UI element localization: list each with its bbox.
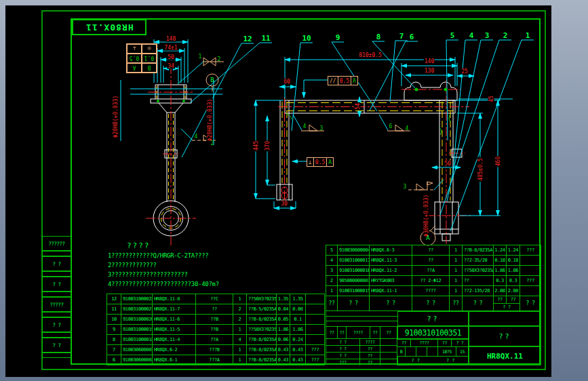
note-line: 3?????????????????????? [108,271,188,278]
bom-header-cell: ?? [450,296,463,310]
bom-cell: ???? [412,285,450,296]
bom-cell: 0.18 [507,255,520,265]
dimension-label: 45 [488,95,494,103]
bom-cell: 0.43 [290,355,306,365]
bom-cell: 2.08 [494,285,507,296]
bom-cell: 9100306000040 [338,245,370,255]
strip-cell-blank [42,271,71,277]
product-name-cell: ?? [397,311,469,326]
bom-cell: ?? 2-Φ12 [412,275,450,285]
sheet-total: ? ? [411,358,420,363]
dimension-label: 50 [444,161,452,167]
bom-cell: 1 [450,275,463,285]
bom-cell: 12 [107,294,121,304]
bom-cell: 9 [107,324,121,334]
sig-cell [380,338,397,345]
bom-cell: HR8QX.11-6 [153,314,196,324]
bom-cell: 9100310000160 [338,265,370,275]
bom-header-cell: ? ? [338,296,370,310]
bom-cell: 0.3 [507,275,520,285]
bom-cell: 9100310000220 [121,294,153,304]
bom-row: 49100310000170HR8QX.11-3??1??2-35/200.18… [326,255,541,265]
bom-cell: 1.35 [277,294,290,304]
datum-table-cell: B [142,63,157,73]
balloon-number: 2 [503,31,508,40]
dimension-label: 50 [167,54,175,60]
datum-table-cell: ⊥ [127,44,142,54]
dimension-label: 405±0.5 [477,157,484,182]
stage-row: ????????? ? [397,339,469,346]
sig-cell: ? ? [326,338,360,345]
bom-cell: ?? [196,304,233,314]
bom-cell: 2 [233,314,247,324]
bom-cell: HR8QX.11-1 [370,285,412,296]
bom-cell: HR8QX.6-1 [153,355,196,365]
sheet-count-row: ? ? ? ? [397,356,469,365]
bom-cell [306,294,325,304]
bom-cell: HR8QX.11-7 [153,304,196,314]
fcf-val: 0.5 [314,158,327,166]
bom-cell: 9100310000210 [121,304,153,314]
bom-cell [306,304,325,314]
scale-cell: 10?5 [438,346,456,356]
bom-weight-sub: ? ? [494,303,520,310]
dimension-label: 130 [424,68,435,74]
datum-table-cell: ◎ [142,44,157,54]
bom-header-cell: ?? [326,296,338,310]
bom-cell [306,314,325,324]
bom-cell: 9100306000020 [121,355,153,365]
bom-cell: 3 [326,265,338,275]
bom-cell: ???B [196,344,233,355]
strip-cell-blank [42,353,71,358]
balloon-number: 10 [302,34,311,43]
weld-number: 3 [320,125,324,132]
bom-cell: ?? [463,275,494,285]
scale-row: B10?515 [397,346,469,356]
bom-cell: ???A [196,355,233,365]
fcf-val: 0.5 [338,77,351,85]
mark-cell: ?? [380,326,397,338]
bom-row: 79100306000030HR8QX.6-2???B1??B-8/0235A0… [107,344,325,355]
dimension-label: 74±1 [163,45,178,51]
dimension-label: 370 [264,140,271,151]
sig-cell: ? ? [326,345,360,352]
bom-cell: ??B-8/0235A [247,334,277,344]
fcf-ref: A [351,77,357,85]
strip-cell: ? ? [42,338,71,353]
datum-table-row: 0.10.5 [127,54,157,63]
weld-number: 3 [404,184,407,190]
bom-cell: 1 [450,255,463,265]
bom-cell: ?? [412,255,450,265]
bom-cell: 1.24 [494,245,507,255]
sig-row: ? ????? [326,338,397,345]
bom-cell: 0.05 [277,314,290,324]
drawing-number-stamp: HR80X.11 [72,19,146,35]
datum-letter: A [426,235,429,241]
bom-weight-header: ????? ? [494,296,520,310]
bom-cell: 2 [233,304,247,314]
bom-cell: 1 [450,265,463,275]
bom-row: 129100310000220HR8QX.11-8??C1??50X3?0235… [107,294,325,304]
bom-cell: 1.86 [507,265,520,275]
bom-cell: 1.86 [277,324,290,334]
sig-cell [380,345,397,352]
weld-number: 1 [199,54,202,60]
bom-cell: 0.08 [290,304,306,314]
dimension-label: Φ20H8(+0.033) [113,95,119,139]
bom-remark-header: ? ? [520,296,541,310]
balloon-number: 1 [526,31,530,40]
weld-number: 4 [406,125,409,132]
bom-cell: HR8QX.11-3 [370,255,412,265]
note-line: 2????????????? [108,262,157,268]
company-cell: ?? [469,326,541,346]
bom-header-cell: ? ? [412,296,450,310]
sig-cell: ?? [360,345,380,352]
bom-cell: ??50X3?0235A [247,294,277,304]
dimension-label: 25 [460,68,469,75]
bom-row: 69100306000020HR8QX.6-1???A1??B-8/0235A0… [107,355,325,365]
bom-cell: ??B [196,324,233,334]
balloon-number: 9 [336,33,340,42]
bom-cell: 0.18 [494,255,507,265]
bom-cell: 8 [107,334,121,344]
bom-table-right: 59100306000040HR8QX.6-3??1??B-8/0235A1.2… [326,245,541,296]
